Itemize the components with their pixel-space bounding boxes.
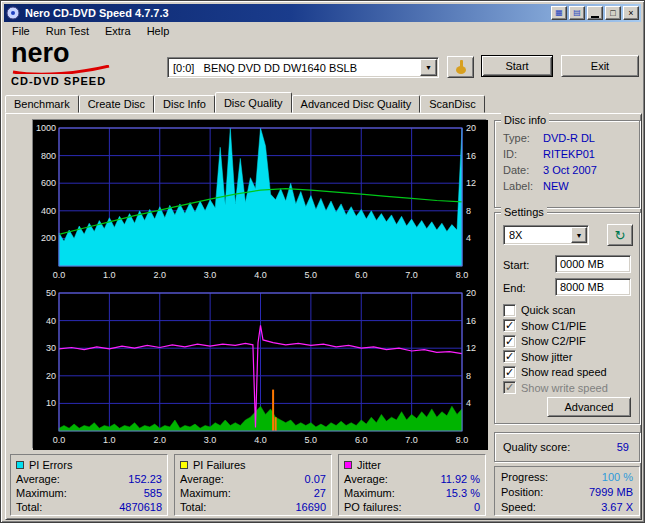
maximize-button[interactable]: □ bbox=[605, 6, 621, 20]
checkbox-box-show-read-speed[interactable]: ✓ bbox=[503, 366, 516, 379]
graph-icon: ▦ bbox=[555, 9, 563, 17]
checkbox-quick-scan[interactable]: Quick scan bbox=[503, 303, 575, 317]
progress-row-progress: Progress:100 % bbox=[497, 469, 637, 484]
legend-panel-jitter: JitterAverage:11.92 %Maximum:15.3 %PO fa… bbox=[338, 454, 486, 516]
axis-tick-label: 0.0 bbox=[53, 270, 66, 280]
minimize-button[interactable] bbox=[587, 6, 603, 20]
legend-title: PI Failures bbox=[193, 459, 246, 471]
axis-tick-label: 4 bbox=[466, 233, 471, 243]
tab-create-disc[interactable]: Create Disc bbox=[79, 95, 154, 113]
legend-row-label: Average: bbox=[16, 473, 60, 485]
checkbox-box-show-write-speed[interactable]: ✓ bbox=[503, 381, 516, 394]
disc-info-row-date: Date:3 Oct 2007 bbox=[495, 162, 639, 178]
disc-info-title: Disc info bbox=[501, 113, 549, 127]
disc-info-row-type: Type:DVD-R DL bbox=[495, 130, 639, 146]
progress-row-value: 100 % bbox=[602, 471, 633, 483]
disc-info-value: DVD-R DL bbox=[543, 132, 595, 144]
checkbox-show-read-speed[interactable]: ✓Show read speed bbox=[503, 365, 607, 379]
axis-tick-label: 2.0 bbox=[153, 270, 166, 280]
title-bar: Nero CD-DVD Speed 4.7.7.3 ▦ ▤ □ × bbox=[4, 4, 641, 22]
titlebar-tool-button-2[interactable]: ▤ bbox=[569, 6, 585, 20]
checkbox-show-c2-pif[interactable]: ✓Show C2/PIF bbox=[503, 334, 586, 348]
nero-logo-product: CD-DVD SPEED bbox=[11, 75, 161, 87]
disc-info-value: RITEKP01 bbox=[543, 148, 595, 160]
axis-tick-label: 200 bbox=[41, 233, 56, 243]
tab-disc-quality[interactable]: Disc Quality bbox=[215, 92, 292, 113]
checkbox-show-c1-pie[interactable]: ✓Show C1/PIE bbox=[503, 319, 586, 333]
checkbox-show-jitter[interactable]: ✓Show jitter bbox=[503, 350, 572, 364]
progress-row-value: 3.67 X bbox=[601, 501, 633, 513]
menu-item-extra[interactable]: Extra bbox=[97, 23, 139, 39]
legend-row-average: Average:0.07 bbox=[180, 472, 326, 486]
speed-select[interactable]: 8X ▼ bbox=[503, 225, 589, 245]
start-button[interactable]: Start bbox=[481, 55, 553, 77]
checkbox-box-show-c1-pie[interactable]: ✓ bbox=[503, 319, 516, 332]
titlebar-tool-button-1[interactable]: ▦ bbox=[551, 6, 567, 20]
legend-row-average: Average:11.92 % bbox=[344, 472, 480, 486]
legend-row-total: Total:4870618 bbox=[16, 500, 162, 514]
progress-panel: Progress:100 %Position:7999 MBSpeed:3.67… bbox=[494, 466, 640, 516]
end-position-field[interactable]: 8000 MB bbox=[555, 278, 631, 296]
axis-tick-label: 600 bbox=[41, 178, 56, 188]
axis-tick-label: 8 bbox=[466, 371, 471, 381]
settings-title: Settings bbox=[501, 205, 547, 219]
hand-icon bbox=[454, 59, 468, 75]
app-icon bbox=[6, 6, 20, 20]
close-button[interactable]: × bbox=[623, 6, 639, 20]
axis-tick-label: 3.0 bbox=[204, 435, 217, 445]
disc-info-row-label: Label:NEW bbox=[495, 178, 639, 194]
hand-tool-button[interactable] bbox=[447, 56, 474, 78]
progress-row-position: Position:7999 MB bbox=[497, 484, 637, 499]
legend-row-label: Maximum: bbox=[16, 487, 67, 499]
drive-select-arrow-button[interactable]: ▼ bbox=[420, 59, 437, 76]
axis-tick-label: 8.0 bbox=[456, 270, 469, 280]
legend-row-average: Average:152.23 bbox=[16, 472, 162, 486]
legend-title: Jitter bbox=[357, 459, 381, 471]
axis-tick-label: 4.0 bbox=[254, 435, 267, 445]
axis-tick-label: 40 bbox=[46, 316, 56, 326]
legend-row-total: Total:16690 bbox=[180, 500, 326, 514]
legend-color-swatch bbox=[16, 461, 24, 469]
tab-disc-info[interactable]: Disc Info bbox=[154, 95, 215, 113]
list-icon: ▤ bbox=[573, 9, 581, 17]
quality-score-label: Quality score: bbox=[503, 441, 570, 453]
checkbox-label: Show read speed bbox=[521, 366, 607, 378]
progress-row-label: Position: bbox=[501, 486, 543, 498]
checkbox-label: Quick scan bbox=[521, 304, 575, 316]
tab-benchmark[interactable]: Benchmark bbox=[5, 95, 79, 113]
tab-scandisc[interactable]: ScanDisc bbox=[420, 95, 484, 113]
legend-row-maximum: Maximum:15.3 % bbox=[344, 486, 480, 500]
checkbox-label: Show jitter bbox=[521, 351, 572, 363]
menu-item-run-test[interactable]: Run Test bbox=[38, 23, 97, 39]
checkbox-label: Show C2/PIF bbox=[521, 335, 586, 347]
legend-row-value: 11.92 % bbox=[440, 473, 480, 485]
exit-button[interactable]: Exit bbox=[561, 55, 639, 77]
legend-row-value: 15.3 % bbox=[446, 487, 480, 499]
menu-item-help[interactable]: Help bbox=[139, 23, 178, 39]
axis-tick-label: 50 bbox=[46, 288, 56, 298]
tab-advanced-disc-quality[interactable]: Advanced Disc Quality bbox=[292, 95, 421, 113]
advanced-button[interactable]: Advanced bbox=[547, 397, 631, 417]
start-position-field[interactable]: 0000 MB bbox=[555, 255, 631, 273]
axis-tick-label: 7.0 bbox=[405, 270, 418, 280]
legend-row-label: Average: bbox=[344, 473, 388, 485]
axis-tick-label: 800 bbox=[41, 151, 56, 161]
quality-score-group: Quality score: 59 bbox=[494, 432, 640, 462]
checkbox-box-quick-scan[interactable] bbox=[503, 304, 516, 317]
checkbox-box-show-jitter[interactable]: ✓ bbox=[503, 350, 516, 363]
legend-panel-pi-failures: PI FailuresAverage:0.07Maximum:27Total:1… bbox=[174, 454, 332, 516]
menu-bar: FileRun TestExtraHelp bbox=[4, 22, 641, 40]
legend-header: PI Errors bbox=[16, 457, 162, 472]
axis-tick-label: 1000 bbox=[36, 123, 56, 133]
axis-tick-label: 2.0 bbox=[153, 435, 166, 445]
progress-row-label: Speed: bbox=[501, 501, 536, 513]
speed-select-arrow-button[interactable]: ▼ bbox=[571, 227, 587, 243]
tab-strip: BenchmarkCreate DiscDisc InfoDisc Qualit… bbox=[5, 92, 485, 113]
legend-row-label: Maximum: bbox=[180, 487, 231, 499]
drive-select[interactable]: [0:0] BENQ DVD DD DW1640 BSLB ▼ bbox=[167, 57, 439, 78]
refresh-button[interactable]: ↻ bbox=[607, 224, 633, 246]
checkbox-box-show-c2-pif[interactable]: ✓ bbox=[503, 335, 516, 348]
axis-tick-label: 12 bbox=[466, 178, 476, 188]
checkbox-show-write-speed[interactable]: ✓Show write speed bbox=[503, 381, 608, 395]
menu-item-file[interactable]: File bbox=[4, 23, 38, 39]
